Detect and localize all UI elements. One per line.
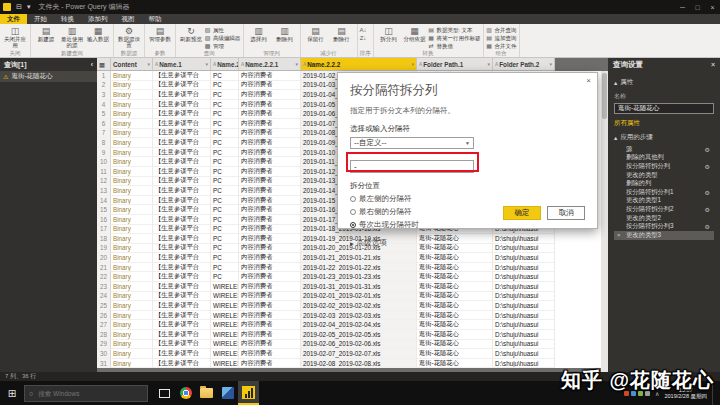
table-row[interactable]: 23Binary【生意参谋平台WIRELESS内容消费者2019-01-31_2… — [97, 282, 608, 292]
collapse-panel-icon[interactable]: ‹ — [91, 61, 93, 68]
applied-steps-section-header[interactable]: ▴ 应用的步骤 — [614, 133, 714, 142]
ribbon-button[interactable]: ▥最近使用的源 — [59, 25, 85, 48]
ribbon-button[interactable]: ▨高级编辑器 — [204, 34, 241, 42]
ribbon-button[interactable]: ◫拆分列 — [376, 25, 402, 43]
ribbon-button[interactable]: ▦分组依据 — [402, 25, 428, 43]
ribbon-button[interactable]: ▦合并文件 — [486, 42, 517, 50]
search-input[interactable] — [36, 389, 136, 398]
column-header-Name.2.1[interactable]: AName.2.1▾ — [211, 58, 239, 71]
ribbon-button[interactable]: Z↓ — [360, 34, 367, 42]
filter-caret-icon[interactable]: ▾ — [487, 61, 490, 67]
custom-delimiter-input[interactable] — [350, 160, 474, 173]
all-properties-link[interactable]: 所有属性 — [614, 119, 714, 128]
table-row[interactable]: 25Binary【生意参谋平台WIRELESS内容消费者2019-02-02_2… — [97, 301, 608, 311]
ribbon-button[interactable]: ▤删除行 — [329, 25, 355, 43]
ribbon-button[interactable]: ▧属性 — [204, 26, 241, 34]
chrome-icon[interactable] — [175, 381, 196, 405]
grid-vertical-scrollbar[interactable] — [601, 71, 608, 372]
split-at-option[interactable]: 每次出现分隔符时 — [350, 220, 585, 230]
ribbon-button[interactable]: ▤保留行 — [303, 25, 329, 43]
quick-access-caret-icon[interactable]: ▾ — [27, 3, 31, 11]
applied-step[interactable]: 按分隔符拆分列3⚙ — [614, 222, 714, 231]
tab-add-column[interactable]: 添加列 — [81, 14, 115, 24]
ribbon-button[interactable]: ▤追加查询 — [486, 34, 517, 42]
table-row[interactable]: 28Binary【生意参谋平台WIRELESS内容消费者2019-02-05_2… — [97, 330, 608, 340]
column-header-Name.1[interactable]: AName.1▾ — [153, 58, 211, 71]
table-row[interactable]: 24Binary【生意参谋平台WIRELESS内容消费者2019-02-01_2… — [97, 292, 608, 302]
applied-step[interactable]: 源⚙ — [614, 145, 714, 154]
column-header-Name.2.2.2[interactable]: AName.2.2.2▾ — [301, 58, 417, 71]
applied-step[interactable]: 按分隔符拆分列2⚙ — [614, 205, 714, 214]
maximize-button[interactable]: □ — [690, 0, 705, 14]
tab-file[interactable]: 文件 — [0, 14, 27, 24]
gear-icon[interactable]: ⚙ — [705, 146, 710, 153]
settings-close-icon[interactable]: × — [711, 61, 715, 68]
table-row[interactable]: 29Binary【生意参谋平台WIRELESS内容消费者2019-02-06_2… — [97, 340, 608, 350]
applied-step[interactable]: 更改的类型1 — [614, 197, 714, 206]
ribbon-button[interactable]: ▤管理参数 — [147, 25, 173, 43]
radio-icon[interactable] — [350, 222, 356, 228]
query-name-input[interactable]: 逛街-花随花心 — [614, 103, 714, 114]
scrollbar-thumb[interactable] — [602, 73, 607, 119]
applied-step[interactable]: 更改的类型 — [614, 171, 714, 180]
column-header-Content[interactable]: Content▾ — [111, 58, 153, 71]
ok-button[interactable]: 确定 — [503, 206, 541, 220]
table-row[interactable]: 31Binary【生意参谋平台WIRELESS内容消费者2019-02-08_2… — [97, 359, 608, 369]
ribbon-button[interactable]: ▥选择列 — [246, 25, 272, 43]
tab-view[interactable]: 视图 — [115, 14, 142, 24]
delimiter-select[interactable]: --自定义-- ▼ — [350, 137, 474, 149]
filter-caret-icon[interactable]: ▾ — [205, 61, 208, 67]
radio-icon[interactable] — [350, 196, 356, 202]
office-app-icon[interactable] — [217, 381, 238, 405]
table-row[interactable]: 27Binary【生意参谋平台WIRELESS内容消费者2019-02-04_2… — [97, 320, 608, 330]
query-list-item[interactable]: ⚠逛街-花随花心 — [0, 71, 97, 82]
file-explorer-icon[interactable] — [196, 381, 217, 405]
table-row[interactable]: 20Binary【生意参谋平台PC内容消费者2019-01-21_2019-01… — [97, 253, 608, 263]
applied-step[interactable]: 删除的其他列 — [614, 154, 714, 163]
ribbon-button[interactable]: ▦输入数据 — [85, 25, 111, 43]
advanced-options-toggle[interactable]: ▸ 高级选项 — [350, 238, 585, 248]
save-icon[interactable]: ⊟ — [16, 3, 22, 11]
applied-step[interactable]: 按分隔符拆分列1⚙ — [614, 188, 714, 197]
taskbar-search[interactable]: ○ — [24, 385, 148, 402]
ribbon-button[interactable]: ▤新建源 — [33, 25, 59, 43]
filter-caret-icon[interactable]: ▾ — [549, 61, 552, 67]
task-view-icon[interactable] — [154, 381, 175, 405]
gear-icon[interactable]: ⚙ — [705, 189, 710, 196]
ribbon-button[interactable]: ↻刷新预览 — [178, 25, 204, 43]
ribbon-button[interactable]: ▦将第一行用作标题 — [428, 34, 481, 42]
power-bi-icon[interactable] — [238, 381, 259, 405]
ribbon-button[interactable]: ▥删除列 — [272, 25, 298, 43]
radio-icon[interactable] — [350, 209, 356, 215]
ribbon-button[interactable]: ◫关闭并应用 — [2, 25, 28, 48]
applied-step[interactable]: ×更改的类型3 — [614, 231, 714, 240]
column-header-Folder Path.2[interactable]: AFolder Path.2▾ — [493, 58, 555, 71]
table-row[interactable]: 21Binary【生意参谋平台PC内容消费者2019-01-22_2019-01… — [97, 263, 608, 273]
grid-corner-cell[interactable]: ▦ — [97, 58, 111, 71]
gear-icon[interactable]: ⚙ — [705, 163, 710, 170]
ribbon-button[interactable]: ⚙数据源设置 — [116, 25, 142, 48]
ribbon-button[interactable]: ▤数据类型: 文本 — [428, 26, 481, 34]
ribbon-button[interactable]: ▩管理 — [204, 42, 241, 50]
close-button[interactable]: × — [705, 0, 720, 14]
applied-step[interactable]: 删除的列 — [614, 179, 714, 188]
ribbon-button[interactable]: ⇄替换值 — [428, 42, 481, 50]
minimize-button[interactable]: ─ — [675, 0, 690, 14]
tab-home[interactable]: 开始 — [27, 14, 54, 24]
column-header-Folder Path.1[interactable]: AFolder Path.1▾ — [417, 58, 493, 71]
dialog-close-icon[interactable]: × — [586, 76, 591, 85]
tab-help[interactable]: 帮助 — [142, 14, 169, 24]
column-header-Name.2.2.1[interactable]: AName.2.2.1▾ — [239, 58, 301, 71]
properties-section-header[interactable]: ▴ 属性 — [614, 78, 714, 87]
split-at-option[interactable]: 最左侧的分隔符 — [350, 194, 585, 204]
tab-transform[interactable]: 转换 — [54, 14, 81, 24]
start-button[interactable]: ⊞ — [0, 388, 24, 399]
ribbon-button[interactable]: A↓ — [360, 26, 367, 34]
filter-caret-icon[interactable]: ▾ — [147, 61, 150, 67]
table-row[interactable]: 26Binary【生意参谋平台WIRELESS内容消费者2019-02-03_2… — [97, 311, 608, 321]
table-row[interactable]: 30Binary【生意参谋平台WIRELESS内容消费者2019-02-07_2… — [97, 349, 608, 359]
ribbon-button[interactable]: ▥合并查询 — [486, 26, 517, 34]
delete-step-icon[interactable]: × — [617, 232, 621, 238]
table-row[interactable]: 22Binary【生意参谋平台PC内容消费者2019-01-23_2019-01… — [97, 272, 608, 282]
filter-caret-icon[interactable]: ▾ — [411, 61, 414, 67]
